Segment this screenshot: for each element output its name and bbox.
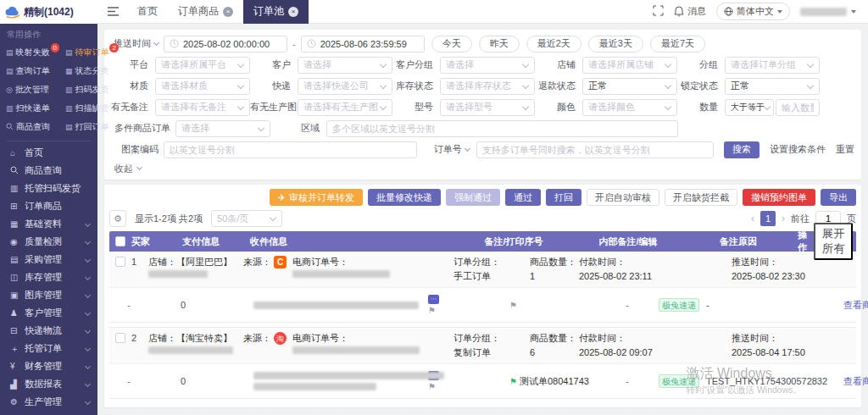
force-pass-button[interactable]: 强制通过 [446, 189, 500, 206]
set-search-conditions-link[interactable]: 设置搜索条件 [770, 143, 826, 156]
enable-auto-audit-button[interactable]: 开启自动审核 [587, 189, 659, 206]
quantity-input[interactable] [776, 99, 820, 116]
select-all-checkbox[interactable] [115, 236, 125, 246]
customer-select[interactable]: 请选择 [298, 57, 392, 74]
sidebar-item-customers[interactable]: ♟客户管理 [0, 304, 97, 322]
scan-icon: ▥ [65, 104, 73, 113]
group-select[interactable]: 请选择订单分组 [725, 57, 820, 74]
start-datetime-input[interactable]: 2025-08-02 00:00:00 [164, 36, 287, 53]
end-datetime-input[interactable]: 2025-08-06 23:59:59 [301, 36, 425, 53]
quick-action-scan-ship[interactable]: ▥扫码发货 [61, 80, 120, 99]
reject-button[interactable]: 打回 [546, 189, 581, 206]
chevron-down-icon [85, 381, 91, 387]
sidebar-item-goods-query[interactable]: 商品查询 [0, 162, 97, 180]
reset-link[interactable]: 重置 [836, 143, 854, 156]
has-prod-image-select[interactable]: 请选择有无生产图 [298, 99, 392, 116]
tab-order-goods[interactable]: 订单商品× [168, 0, 243, 24]
shop-name: 店铺：【淘宝特卖】 [148, 332, 243, 344]
stock-status-select[interactable]: 请选择库存状态 [440, 78, 535, 95]
green-flag-icon[interactable]: ⚑ [509, 377, 517, 386]
fullscreen-icon[interactable] [653, 5, 664, 18]
prev-page-icon[interactable]: ‹ [751, 213, 754, 224]
page-number-button[interactable]: 1 [760, 211, 776, 226]
quick-action-pending-audit[interactable]: ▤待审订单2 [61, 43, 120, 62]
sidebar-item-hosted-scan-ship[interactable]: ▥托管扫码发货 [0, 180, 97, 197]
flag-icon[interactable]: ⚑ [428, 306, 509, 315]
sidebar-item-order-goods[interactable]: ⊞订单商品 [0, 197, 97, 215]
view-goods-link[interactable]: 查看商品 [843, 375, 868, 388]
pass-button[interactable]: 通过 [505, 189, 541, 206]
audit-and-forward-button[interactable]: ✈审核并订单转发 [270, 189, 363, 206]
row-checkbox[interactable] [115, 333, 125, 343]
range-2days-button[interactable]: 最近2天 [526, 36, 581, 53]
color-select[interactable]: 请选择颜色 [582, 99, 677, 116]
sidebar-item-quality-check[interactable]: ◉质量检测 [0, 233, 97, 251]
order-no-field-selector[interactable]: 订单号 [417, 143, 476, 156]
enable-oos-block-button[interactable]: 开启缺货拦截 [665, 189, 737, 206]
sidebar-item-purchase[interactable]: ▤采购管理 [0, 251, 97, 268]
sidebar-item-finance[interactable]: ¥财务管理 [0, 357, 97, 375]
range-today-button[interactable]: 今天 [431, 36, 472, 53]
order-no-input[interactable] [476, 141, 714, 158]
chevron-down-icon [807, 81, 814, 88]
cancel-reserved-sheet-button[interactable]: 撤销预约图单 [743, 189, 815, 206]
model-select[interactable]: 请选择型号 [440, 99, 535, 116]
sidebar-item-logistics[interactable]: ⊟快递物流 [0, 322, 97, 340]
next-page-icon[interactable]: › [782, 213, 785, 224]
tab-order-pool[interactable]: 订单池× [243, 0, 309, 24]
row-checkbox[interactable] [115, 257, 125, 267]
range-yesterday-button[interactable]: 昨天 [479, 36, 520, 53]
multi-goods-select[interactable]: 请选择 [175, 120, 270, 137]
export-button[interactable]: 导出 [821, 189, 856, 206]
search-button[interactable]: 搜索 [724, 141, 760, 158]
quick-action-batch-manage[interactable]: ◎批次管理 [2, 80, 61, 99]
quick-action-scan-express[interactable]: ▥扫快递单 [2, 99, 61, 118]
collapse-sidebar-icon[interactable] [108, 7, 119, 16]
sidebar-item-base-data[interactable]: ▦基础资料 [0, 215, 97, 233]
expand-all-button[interactable]: 展开所有 [814, 223, 853, 260]
quantity-op-select[interactable]: 大于等于 [725, 99, 774, 116]
batch-edit-courier-button[interactable]: 批量修改快递 [368, 189, 441, 206]
sidebar-item-production[interactable]: ⚙生产管理 [0, 393, 97, 411]
chevron-down-icon [522, 81, 529, 88]
sidebar-item-home[interactable]: ⌂首页 [0, 144, 97, 162]
quick-action-status-class[interactable]: ▦状态分类 [61, 62, 120, 80]
doc-icon: ▦ [65, 67, 73, 75]
quick-action-reject-order[interactable]: ▤打回订单 [61, 118, 120, 136]
sidebar-item-gallery[interactable]: ▣图库管理 [0, 286, 97, 304]
language-selector[interactable]: 简体中文 [716, 3, 790, 20]
page-size-select[interactable]: 50条/页 [211, 210, 282, 227]
user-menu[interactable] [800, 8, 856, 16]
flag-icon[interactable]: ⚑ [509, 301, 517, 310]
platform-select[interactable]: 请选择所属平台 [155, 57, 250, 74]
material-select[interactable]: 请选择材质 [155, 78, 250, 95]
lock-status-select[interactable]: 正常 [725, 78, 820, 95]
quick-action-goods-query[interactable]: 商品查询 [2, 118, 61, 136]
region-input[interactable] [326, 120, 678, 137]
close-icon[interactable]: × [288, 7, 298, 17]
customer-group-select[interactable]: 请选择 [440, 57, 535, 74]
tab-home[interactable]: 首页 [127, 0, 168, 24]
quick-action-query-order[interactable]: ▤查询订单 [2, 62, 61, 80]
courier-select[interactable]: 请选择快递公司 [298, 78, 392, 95]
sidebar-item-inventory[interactable]: ◫库存管理 [0, 268, 97, 286]
remark-bubble-icon[interactable]: ⋯ [428, 295, 439, 304]
quick-action-scan-oos[interactable]: ▥扫描缺货 [61, 99, 120, 118]
pattern-code-input[interactable] [164, 141, 417, 158]
range-3days-button[interactable]: 最近3天 [588, 36, 643, 53]
order-row-summary: 1 店铺：【阿里巴巴】 来源：C 电商订单号： 订单分组：手工订单 商品数量：1… [109, 252, 856, 288]
messages-button[interactable]: 消息 [674, 5, 706, 18]
column-settings-button[interactable]: ⚙ [109, 210, 126, 227]
shop-select[interactable]: 请选择所属店铺 [582, 57, 677, 74]
collapse-filters-toggle[interactable]: 收起 [114, 162, 854, 175]
quick-action-mapping-failed[interactable]: ▤映射失败0 [2, 43, 61, 62]
sidebar-item-reports[interactable]: ▟数据报表 [0, 375, 97, 393]
chevron-down-icon [85, 328, 91, 334]
close-icon[interactable]: × [223, 7, 233, 17]
sidebar-item-hosted-orders[interactable]: ＋托管订单 [0, 340, 97, 357]
view-goods-link[interactable]: 查看商品 [843, 299, 868, 312]
refund-status-select[interactable]: 正常 [582, 78, 677, 95]
has-remark-select[interactable]: 请选择有无备注 [155, 99, 250, 116]
range-7days-button[interactable]: 最近7天 [650, 36, 705, 53]
flag-icon[interactable]: ⚑ [428, 382, 509, 391]
